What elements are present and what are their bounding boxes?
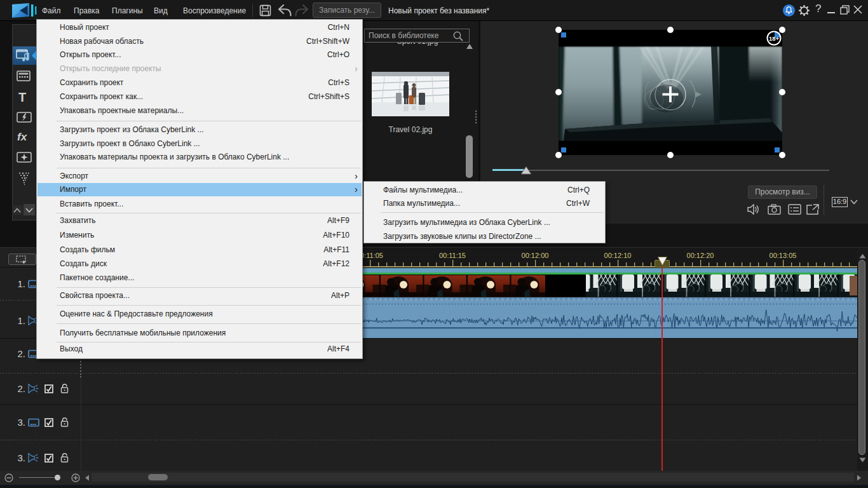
svg-text:18+: 18+: [769, 35, 780, 42]
